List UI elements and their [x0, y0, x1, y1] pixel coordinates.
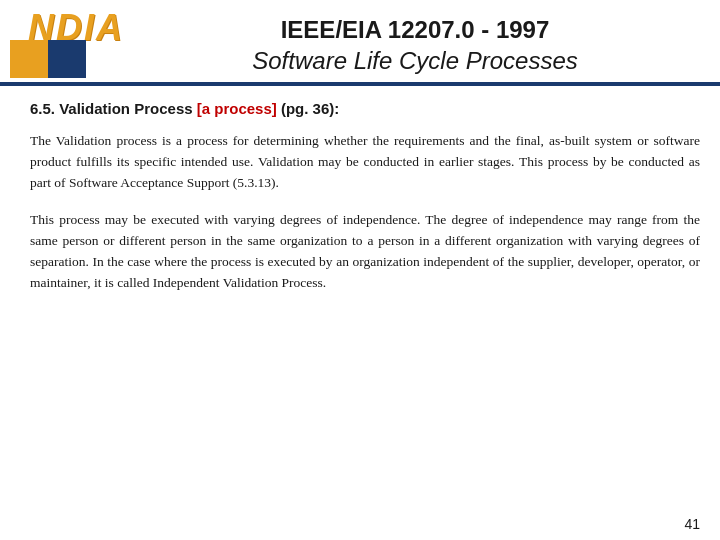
section-heading: 6.5. Validation Process [a process] (pg.… — [30, 100, 700, 117]
heading-bracket: [a process] — [197, 100, 277, 117]
paragraph-2: This process may be executed with varyin… — [30, 210, 700, 294]
ndia-logo: NDIA — [10, 10, 120, 100]
title-block: IEEE/EIA 12207.0 - 1997 Software Life Cy… — [130, 14, 700, 76]
page-number: 41 — [684, 516, 700, 532]
title-line2: Software Life Cycle Processes — [130, 45, 700, 76]
main-content: 6.5. Validation Process [a process] (pg.… — [30, 100, 700, 500]
paragraph-1: The Validation process is a process for … — [30, 131, 700, 194]
logo-square-orange — [10, 40, 48, 78]
heading-suffix: (pg. 36): — [277, 100, 340, 117]
logo-square-navy — [48, 40, 86, 78]
heading-prefix: 6.5. Validation Process — [30, 100, 197, 117]
header-divider — [0, 82, 720, 86]
logo-squares — [10, 40, 86, 78]
title-line1: IEEE/EIA 12207.0 - 1997 — [130, 14, 700, 45]
